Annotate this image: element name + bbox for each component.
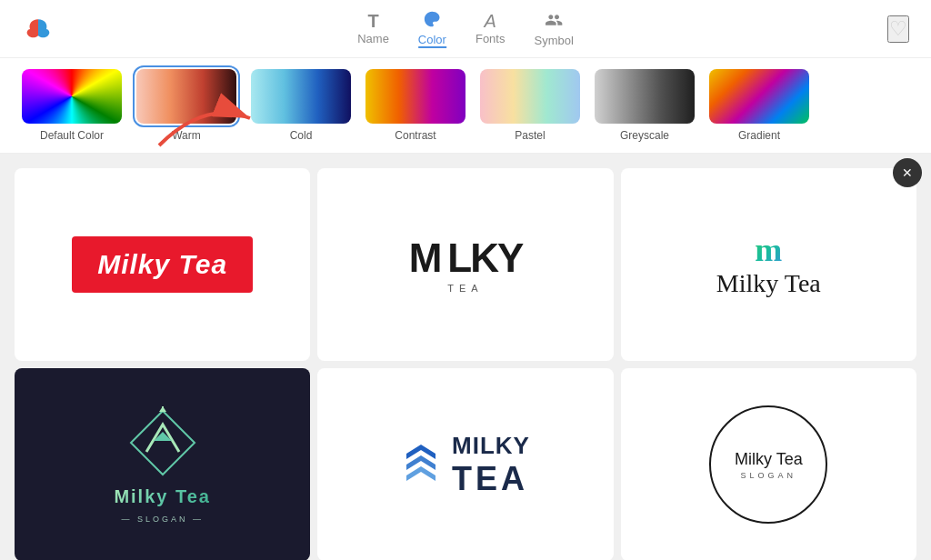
color-option-pastel[interactable]: Pastel [480,69,580,142]
symbol-icon [545,11,563,32]
cold-color-swatch [251,69,351,124]
logo-grid: Milky Tea M LKY TEA m Milky Tea [0,154,931,560]
greyscale-color-label: Greyscale [620,129,669,142]
logo1-text: Milky Tea [97,249,227,279]
color-option-greyscale[interactable]: Greyscale [595,69,695,142]
logo3-script-text: Milky Tea [716,269,821,298]
cold-color-label: Cold [290,129,313,142]
tab-name[interactable]: T Name [357,12,389,45]
logo-card-1[interactable]: Milky Tea [15,168,310,361]
favorite-button[interactable]: ♡ [887,15,909,43]
tab-name-label: Name [357,32,389,45]
logo1-background: Milky Tea [72,236,253,293]
logo4-slogan-text: — SLOGAN — [121,515,204,524]
pastel-color-swatch [480,69,580,124]
svg-marker-3 [159,406,166,412]
tab-fonts[interactable]: A Fonts [476,12,506,45]
tab-symbol-label: Symbol [534,34,573,47]
pastel-color-label: Pastel [515,129,545,142]
contrast-color-swatch [365,69,466,124]
warm-color-swatch [136,69,236,124]
logo-design-6: Milky Tea SLOGAN [709,405,827,524]
logo-design-2: M LKY TEA [409,235,523,294]
logo6-slogan-text: SLOGAN [741,471,797,480]
warm-color-label: Warm [172,129,201,142]
color-filter-bar: Default Color Warm Cold Contrast Pastel … [0,58,931,154]
chevrons-icon [401,441,441,488]
diamond-m-icon [126,406,199,479]
logo5-text-block: MILKY TEA [452,432,530,498]
circle-logo-border: Milky Tea SLOGAN [709,405,827,524]
logo2-lky-text: LKY [447,235,522,281]
svg-point-0 [32,24,38,30]
color-option-gradient[interactable]: Gradient [709,69,809,142]
color-option-cold[interactable]: Cold [251,69,351,142]
contrast-color-label: Contrast [395,129,435,142]
logo-card-6[interactable]: Milky Tea SLOGAN [621,368,916,560]
fonts-icon: A [485,12,496,30]
gradient-color-label: Gradient [738,129,780,142]
main-nav-tabs: T Name Color A Fonts Symbol [357,10,574,48]
color-option-default[interactable]: Default Color [22,69,122,142]
tab-color[interactable]: Color [418,10,446,48]
logo-card-5[interactable]: MILKY TEA [317,368,613,560]
app-logo[interactable] [22,13,55,45]
logo6-name-text: Milky Tea [735,450,803,469]
logo-design-3: m Milky Tea [716,231,821,298]
logo4-name-text: Milky Tea [114,486,211,507]
logo-card-4[interactable]: Milky Tea — SLOGAN — [15,368,310,560]
logo5-milky-text: MILKY [452,432,530,460]
close-button[interactable]: ✕ [893,158,922,187]
greyscale-color-swatch [595,69,695,124]
logo-design-5: MILKY TEA [401,432,530,498]
logo2-main-text: M [409,235,441,281]
logo-card-3[interactable]: m Milky Tea [621,168,916,361]
tab-color-label: Color [418,33,446,48]
top-navigation: T Name Color A Fonts Symbol ♡ [0,0,931,58]
color-option-warm[interactable]: Warm [136,69,236,142]
logo-design-4: Milky Tea — SLOGAN — [114,406,211,524]
default-color-swatch [22,69,122,124]
default-color-label: Default Color [40,129,104,142]
svg-point-1 [38,24,45,30]
tab-symbol[interactable]: Symbol [534,11,573,47]
logo-design-1: Milky Tea [72,236,253,293]
name-icon: T [367,12,378,30]
tab-fonts-label: Fonts [476,32,506,45]
logo3-m-letter: m [755,231,782,269]
color-icon [423,10,441,31]
logo-card-2[interactable]: M LKY TEA [317,168,613,361]
color-option-contrast[interactable]: Contrast [365,69,466,142]
logo5-tea-text: TEA [452,460,530,498]
gradient-color-swatch [709,69,809,124]
logo2-sub-text: TEA [447,283,483,294]
